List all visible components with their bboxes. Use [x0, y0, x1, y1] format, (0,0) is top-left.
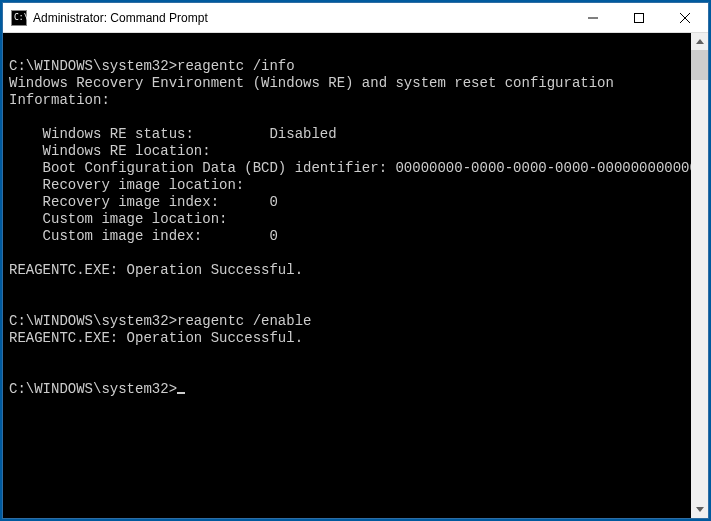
maximize-button[interactable]: [616, 3, 662, 32]
terminal-container: C:\WINDOWS\system32>reagentc /info Windo…: [3, 33, 708, 518]
minimize-button[interactable]: [570, 3, 616, 32]
terminal-output[interactable]: C:\WINDOWS\system32>reagentc /info Windo…: [3, 33, 691, 518]
command-prompt-window: C:\ Administrator: Command Prompt C:\WIN…: [2, 2, 709, 519]
scrollbar-down-button[interactable]: [691, 501, 708, 518]
titlebar[interactable]: C:\ Administrator: Command Prompt: [3, 3, 708, 33]
vertical-scrollbar[interactable]: [691, 33, 708, 518]
line: Windows Recovery Environment (Windows RE…: [9, 75, 614, 91]
scrollbar-thumb[interactable]: [691, 50, 708, 80]
line: REAGENTC.EXE: Operation Successful.: [9, 262, 303, 278]
svg-marker-7: [696, 39, 704, 44]
prompt: C:\WINDOWS\system32>: [9, 58, 177, 74]
line: REAGENTC.EXE: Operation Successful.: [9, 330, 303, 346]
line: Custom image index: 0: [9, 228, 278, 244]
command-text: reagentc /info: [177, 58, 295, 74]
command-text: reagentc /enable: [177, 313, 311, 329]
prompt: C:\WINDOWS\system32>: [9, 381, 177, 397]
prompt: C:\WINDOWS\system32>: [9, 313, 177, 329]
window-title: Administrator: Command Prompt: [33, 11, 570, 25]
line: Windows RE location:: [9, 143, 211, 159]
scrollbar-up-button[interactable]: [691, 33, 708, 50]
line: Information:: [9, 92, 110, 108]
cursor: [177, 392, 185, 394]
window-controls: [570, 3, 708, 32]
scrollbar-track[interactable]: [691, 50, 708, 501]
svg-rect-4: [635, 13, 644, 22]
svg-text:C:\: C:\: [14, 13, 27, 22]
line: Recovery image location:: [9, 177, 244, 193]
close-button[interactable]: [662, 3, 708, 32]
line: Windows RE status: Disabled: [9, 126, 337, 142]
line: Custom image location:: [9, 211, 227, 227]
line: Boot Configuration Data (BCD) identifier…: [9, 160, 691, 176]
svg-marker-8: [696, 507, 704, 512]
line: Recovery image index: 0: [9, 194, 278, 210]
cmd-icon: C:\: [11, 10, 27, 26]
